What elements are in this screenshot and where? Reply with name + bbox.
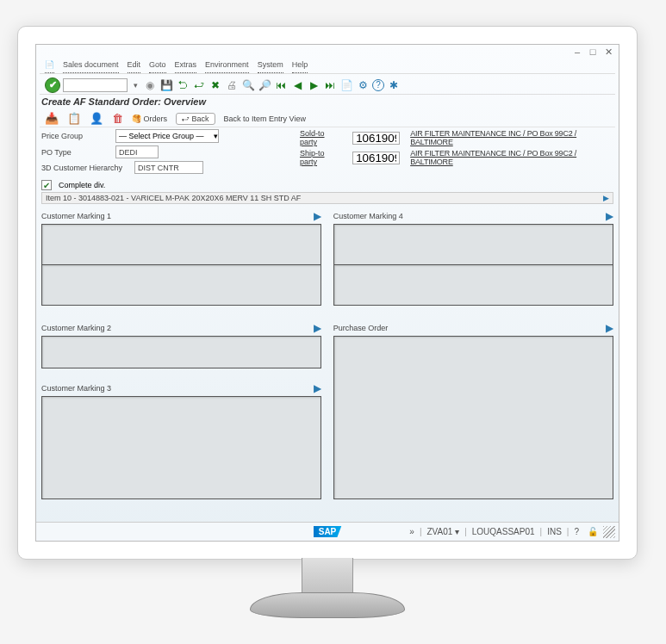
next-page-icon[interactable]: ▶ [307, 78, 321, 92]
price-group-label: Price Group [41, 132, 109, 140]
delete-icon[interactable]: 🗑 [112, 112, 123, 125]
status-insert-mode[interactable]: INS [544, 527, 565, 536]
sap-logo: SAP [314, 526, 342, 537]
settings-icon[interactable]: ✱ [387, 78, 401, 92]
po-textarea[interactable] [333, 336, 613, 499]
ship-to-label[interactable]: Ship-to party [300, 149, 342, 166]
po-expand-icon[interactable]: ▶ [606, 322, 613, 334]
cm2-label: Customer Marking 2 [41, 324, 111, 332]
enter-button[interactable]: ✔ [45, 77, 60, 93]
monitor-stand [250, 558, 405, 627]
item-title-bar: Item 10 - 3014883-021 - VARICEL M-PAK 20… [41, 192, 613, 204]
status-lock-icon[interactable]: 🔓 [584, 527, 601, 536]
menu-sales-document[interactable]: Sales document [63, 60, 119, 73]
cm1-textarea[interactable] [41, 224, 321, 265]
po-type-input[interactable] [115, 146, 159, 158]
cust-hierarchy-input[interactable] [134, 161, 203, 174]
status-server: LOUQASSAP01 [469, 527, 538, 536]
ship-to-link[interactable]: AIR FILTER MAINTENANCE INC / PO Box 99C2… [410, 149, 613, 166]
header-form: Price Group — Select Price Group —▾ PO T… [41, 129, 613, 204]
text-panels: Customer Marking 1 ▶ Customer Marking 2 … [41, 210, 613, 517]
menu-extras[interactable]: Extras [175, 60, 197, 73]
cust-hierarchy-label: 3D Customer Hierarchy [41, 164, 128, 172]
sold-to-label[interactable]: Sold-to party [300, 129, 342, 146]
first-page-icon[interactable]: ⏮ [274, 78, 288, 92]
display-icon[interactable]: 📋 [67, 112, 81, 125]
back-button[interactable]: ⮐ Back [176, 113, 215, 125]
main-toolbar: ✔ ▾ ◉ 💾 ⮌ ⮐ ✖ 🖨 🔍 🔎 ⏮ ◀ ▶ ⏭ 📄 ⚙ ? ✱ [40, 76, 615, 95]
document-icon[interactable]: 📄 [45, 60, 54, 73]
minimize-button[interactable]: – [571, 46, 583, 57]
cm1-textarea-2[interactable] [41, 264, 321, 306]
window-titlebar: – □ ✕ [571, 45, 619, 59]
monitor-frame: – □ ✕ 📄 Sales document Edit Goto Extras … [17, 26, 638, 560]
cm2-expand-icon[interactable]: ▶ [314, 322, 321, 334]
status-tcode[interactable]: ZVA01 ▾ [424, 527, 464, 536]
page-title: Create AF Standard Order: Overview [41, 96, 206, 107]
menu-system[interactable]: System [258, 60, 283, 73]
app-toolbar: 📥 📋 👤 🗑 🥞 Orders ⮐ Back Back to Item Ent… [40, 110, 615, 127]
command-dropdown[interactable]: ▾ [130, 81, 140, 90]
status-help-icon[interactable]: ? [570, 527, 582, 536]
menu-help[interactable]: Help [292, 60, 308, 73]
sold-to-link[interactable]: AIR FILTER MAINTENANCE INC / PO Box 99C2… [410, 129, 613, 146]
cm3-expand-icon[interactable]: ▶ [314, 382, 321, 394]
close-button[interactable]: ✕ [602, 46, 614, 58]
resize-grip[interactable] [603, 526, 615, 538]
menubar: 📄 Sales document Edit Goto Extras Enviro… [40, 60, 615, 74]
create-session-icon[interactable]: 📄 [339, 78, 353, 92]
find-icon[interactable]: 🔍 [241, 78, 255, 92]
sold-to-code[interactable] [352, 132, 400, 145]
item-expand-icon[interactable]: ▶ [603, 194, 609, 202]
cm4-textarea-2[interactable] [333, 264, 613, 306]
last-page-icon[interactable]: ⏭ [323, 78, 337, 92]
po-label: Purchase Order [333, 324, 389, 332]
back-icon[interactable]: ⮌ [176, 78, 190, 92]
cancel-icon[interactable]: ✖ [209, 78, 222, 92]
po-type-label: PO Type [41, 148, 109, 157]
findnext-icon[interactable]: 🔎 [258, 78, 271, 92]
exit-icon[interactable]: ⮐ [192, 78, 206, 92]
status-bar: SAP » | ZVA01 ▾ | LOUQASSAP01 | INS | ? … [36, 522, 619, 541]
glass-icon[interactable]: ◉ [143, 78, 157, 92]
menu-goto[interactable]: Goto [149, 60, 166, 73]
complete-div-label: Complete div. [59, 181, 105, 189]
ship-to-code[interactable] [352, 152, 400, 164]
save-icon[interactable]: 💾 [159, 78, 173, 92]
cm1-expand-icon[interactable]: ▶ [314, 210, 321, 222]
party-block: Sold-to party AIR FILTER MAINTENANCE INC… [300, 129, 613, 176]
user-icon[interactable]: 👤 [90, 112, 103, 125]
cm2-textarea[interactable] [41, 336, 321, 368]
help-icon[interactable]: ? [372, 79, 384, 91]
item-entry-view-link[interactable]: Back to Item Entry View [224, 115, 306, 123]
cm1-label: Customer Marking 1 [41, 212, 111, 220]
status-arrows[interactable]: » [406, 527, 418, 536]
menu-environment[interactable]: Environment [205, 60, 249, 73]
item-title-text: Item 10 - 3014883-021 - VARICEL M-PAK 20… [46, 194, 301, 202]
maximize-button[interactable]: □ [587, 46, 599, 57]
orders-button[interactable]: 🥞 Orders [132, 115, 167, 123]
import-icon[interactable]: 📥 [45, 112, 59, 125]
cm3-textarea[interactable] [41, 396, 321, 499]
print-icon[interactable]: 🖨 [225, 78, 239, 92]
cm4-label: Customer Marking 4 [333, 212, 403, 220]
command-field[interactable] [63, 78, 128, 92]
cm3-label: Customer Marking 3 [41, 384, 111, 393]
cm4-textarea[interactable] [333, 224, 613, 265]
cm4-expand-icon[interactable]: ▶ [606, 210, 613, 222]
complete-div-checkbox[interactable]: ✔ [41, 180, 52, 190]
prev-page-icon[interactable]: ◀ [290, 78, 304, 92]
price-group-select[interactable]: — Select Price Group —▾ [115, 129, 219, 143]
layout-icon[interactable]: ⚙ [356, 78, 370, 92]
screen: – □ ✕ 📄 Sales document Edit Goto Extras … [35, 44, 619, 542]
menu-edit[interactable]: Edit [128, 60, 141, 73]
